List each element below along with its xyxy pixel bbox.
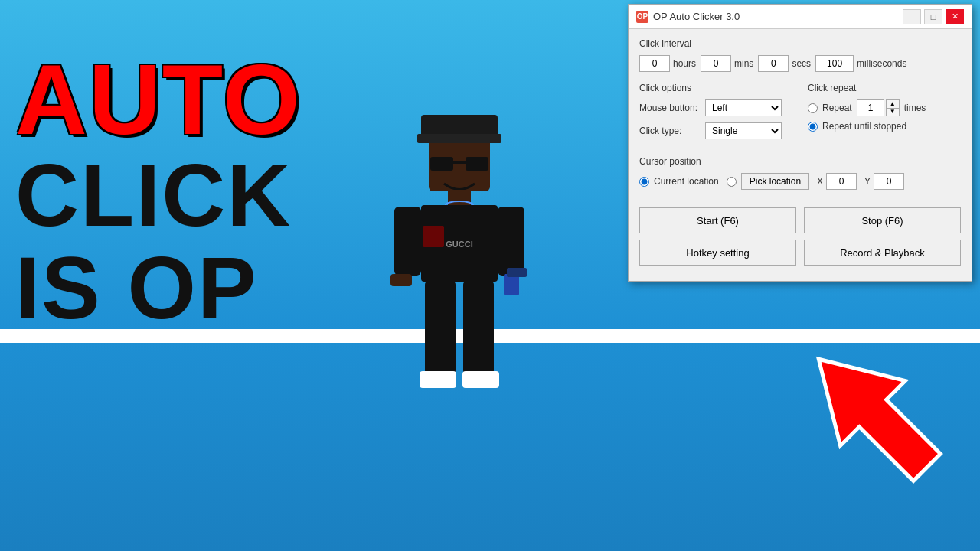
click-type-select[interactable]: Single Double xyxy=(705,122,782,139)
title-bar-left: OP OP Auto Clicker 3.0 xyxy=(636,11,740,23)
pick-location-row: Pick location xyxy=(727,173,809,190)
cursor-position-label: Cursor position xyxy=(639,156,961,167)
repeat-until-stopped-label: Repeat until stopped xyxy=(822,121,906,132)
start-stop-buttons: Start (F6) Stop (F6) xyxy=(639,207,961,233)
svg-marker-20 xyxy=(786,327,959,500)
svg-rect-12 xyxy=(498,207,524,276)
x-label: X xyxy=(817,176,823,187)
times-label: times xyxy=(904,103,926,113)
click-text: CLICK xyxy=(15,149,292,242)
cursor-row: Current location Pick location X Y xyxy=(639,173,961,190)
title-bar: OP OP Auto Clicker 3.0 — □ ✕ xyxy=(629,5,972,29)
repeat-spinner: ▲ ▼ xyxy=(857,99,900,116)
repeat-radio[interactable] xyxy=(808,103,818,113)
svg-rect-19 xyxy=(462,371,499,388)
repeat-until-stopped-row: Repeat until stopped xyxy=(808,121,961,132)
svg-rect-10 xyxy=(423,226,444,247)
svg-rect-3 xyxy=(430,157,453,171)
x-coord-group: X xyxy=(817,173,857,190)
click-repeat-col: Click repeat Repeat ▲ ▼ times xyxy=(808,83,961,145)
click-repeat-label: Click repeat xyxy=(808,83,961,93)
window-title: OP Auto Clicker 3.0 xyxy=(653,11,740,22)
current-location-row: Current location xyxy=(639,176,719,187)
mouse-button-row: Mouse button: Left Right Middle xyxy=(639,99,792,116)
window-controls: — □ ✕ xyxy=(903,9,964,24)
secs-field: secs xyxy=(758,55,811,72)
y-label: Y xyxy=(864,176,871,187)
svg-rect-4 xyxy=(466,157,488,171)
current-location-label: Current location xyxy=(654,176,719,187)
hotkey-button[interactable]: Hotkey setting xyxy=(639,240,796,266)
hotkey-record-buttons: Hotkey setting Record & Playback xyxy=(639,240,961,266)
ms-unit: milliseconds xyxy=(857,58,906,69)
repeat-label: Repeat xyxy=(822,103,852,113)
x-input[interactable] xyxy=(826,173,857,190)
divider-1 xyxy=(639,201,961,201)
y-coord-group: Y xyxy=(864,173,904,190)
interval-row: hours mins secs milliseconds xyxy=(639,55,961,72)
pick-location-button[interactable]: Pick location xyxy=(741,173,809,190)
repeat-until-stopped-radio[interactable] xyxy=(808,122,818,132)
spinner-down-button[interactable]: ▼ xyxy=(887,109,899,116)
spinner-up-button[interactable]: ▲ xyxy=(887,100,899,109)
hours-input[interactable] xyxy=(639,55,670,72)
record-button[interactable]: Record & Playback xyxy=(804,240,961,266)
svg-rect-6 xyxy=(448,190,471,205)
hours-field: hours xyxy=(639,55,696,72)
mouse-button-select[interactable]: Left Right Middle xyxy=(705,99,782,116)
click-is-op-text: CLICK IS OP xyxy=(15,149,292,334)
auto-text: AUTO xyxy=(15,42,302,157)
cursor-position-section: Cursor position Current location Pick lo… xyxy=(639,156,961,190)
svg-rect-13 xyxy=(504,274,519,295)
svg-rect-14 xyxy=(507,268,527,277)
y-input[interactable] xyxy=(874,173,904,190)
svg-text:GUCCI: GUCCI xyxy=(446,240,472,249)
click-type-row: Click type: Single Double xyxy=(639,122,792,139)
mins-unit: mins xyxy=(734,58,753,69)
svg-rect-18 xyxy=(420,371,456,388)
character-svg: GUCCI xyxy=(383,107,536,474)
ms-input[interactable] xyxy=(815,55,854,72)
secs-input[interactable] xyxy=(758,55,789,72)
mins-field: mins xyxy=(701,55,753,72)
stop-button[interactable]: Stop (F6) xyxy=(804,207,961,233)
secs-unit: secs xyxy=(792,58,811,69)
mouse-button-label: Mouse button: xyxy=(639,103,701,113)
click-type-label: Click type: xyxy=(639,126,701,136)
character-area: GUCCI xyxy=(299,23,620,551)
svg-rect-5 xyxy=(453,161,466,164)
mins-input[interactable] xyxy=(701,55,731,72)
close-button[interactable]: ✕ xyxy=(946,9,964,24)
click-interval-label: Click interval xyxy=(639,38,961,49)
start-button[interactable]: Start (F6) xyxy=(639,207,796,233)
svg-rect-2 xyxy=(417,134,501,143)
app-window: OP OP Auto Clicker 3.0 — □ ✕ Click inter… xyxy=(628,4,972,282)
repeat-times-row: Repeat ▲ ▼ times xyxy=(808,99,961,116)
current-location-radio[interactable] xyxy=(639,177,649,187)
minimize-button[interactable]: — xyxy=(903,9,921,24)
maximize-button[interactable]: □ xyxy=(924,9,942,24)
is-op-text: IS OP xyxy=(15,242,292,334)
svg-rect-11 xyxy=(394,207,421,276)
app-icon: OP xyxy=(636,11,648,23)
hours-unit: hours xyxy=(673,58,696,69)
spinner-buttons: ▲ ▼ xyxy=(886,99,900,116)
click-options-label: Click options xyxy=(639,83,792,93)
svg-rect-17 xyxy=(463,282,494,373)
repeat-radio-group: Repeat ▲ ▼ times Repeat until stopped xyxy=(808,99,961,132)
svg-rect-16 xyxy=(425,282,456,373)
svg-rect-15 xyxy=(390,274,412,286)
click-options-col: Click options Mouse button: Left Right M… xyxy=(639,83,792,145)
repeat-value-input[interactable] xyxy=(857,99,884,116)
options-grid: Click options Mouse button: Left Right M… xyxy=(639,83,961,145)
window-body: Click interval hours mins secs milliseco… xyxy=(629,29,972,281)
pick-location-radio[interactable] xyxy=(727,177,737,187)
arrow-icon xyxy=(781,321,965,505)
ms-field: milliseconds xyxy=(815,55,906,72)
